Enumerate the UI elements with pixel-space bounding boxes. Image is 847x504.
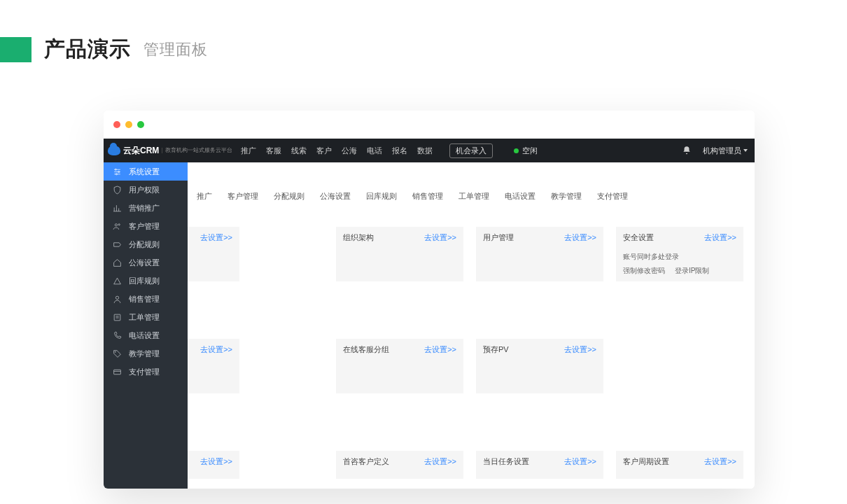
card-title: 首咨客户定义 — [343, 457, 389, 465]
traffic-light-minimize-icon[interactable] — [125, 121, 132, 128]
tag-icon — [112, 349, 122, 358]
brand-name: 云朵CRM — [123, 145, 159, 157]
subnav-item[interactable]: 电话设置 — [498, 188, 542, 205]
sidebar-item-public-sea[interactable]: 公海设置 — [104, 253, 188, 272]
sidebar-item-label: 分配规则 — [129, 239, 160, 250]
subnav-item[interactable]: 工单管理 — [452, 188, 496, 205]
bell-icon[interactable] — [682, 146, 692, 155]
sidebar-item-phone[interactable]: 电话设置 — [104, 326, 188, 344]
nav-item[interactable]: 推广 — [241, 146, 256, 156]
chevron-down-icon — [743, 149, 748, 152]
nav-item[interactable]: 客服 — [266, 146, 281, 156]
brand-logo[interactable]: 云朵CRM 教育机构一站式服务云平台 — [108, 145, 232, 157]
sidebar-item-label: 营销推广 — [129, 203, 160, 214]
accent-block — [0, 37, 31, 62]
subnav-item[interactable]: 回库规则 — [360, 188, 403, 205]
sidebar-item-label: 支付管理 — [129, 367, 160, 377]
subnav-item[interactable]: 分配规则 — [267, 188, 311, 205]
go-settings-link[interactable]: 去设置>> — [200, 456, 232, 467]
house-icon — [112, 258, 122, 267]
settings-card-customer-cycle: 客户周期设置 去设置>> — [616, 451, 743, 479]
go-settings-link[interactable]: 去设置>> — [200, 344, 232, 355]
sidebar-item-sales[interactable]: 销售管理 — [104, 290, 188, 308]
sidebar-item-label: 工单管理 — [129, 312, 160, 323]
settings-card-org: 组织架构 去设置>> — [336, 227, 463, 281]
user-menu[interactable]: 机构管理员 — [703, 146, 748, 156]
sidebar-item-label: 客户管理 — [129, 221, 160, 232]
app-top-bar: 云朵CRM 教育机构一站式服务云平台 推广 客服 线索 客户 公海 电话 报名 … — [104, 139, 755, 162]
nav-item[interactable]: 公海 — [342, 146, 357, 156]
sidebar-item-system-settings[interactable]: 系统设置 — [104, 162, 188, 181]
sidebar-item-return-rules[interactable]: 回库规则 — [104, 272, 188, 290]
sidebar-item-label: 电话设置 — [129, 330, 160, 341]
subnav-item[interactable]: 教学管理 — [545, 188, 588, 205]
shield-icon — [112, 185, 122, 195]
sales-icon — [112, 294, 122, 304]
subnav-item[interactable]: 销售管理 — [406, 188, 449, 205]
sidebar-item-tickets[interactable]: 工单管理 — [104, 308, 188, 326]
svg-point-5 — [115, 296, 118, 299]
go-settings-link[interactable]: 去设置>> — [564, 232, 596, 243]
chart-icon — [112, 203, 122, 213]
subnav-item[interactable]: 推广 — [190, 188, 218, 205]
svg-rect-6 — [114, 314, 120, 321]
traffic-light-close-icon[interactable] — [113, 121, 120, 128]
card-title: 安全设置 — [623, 233, 654, 241]
sidebar-item-label: 销售管理 — [129, 294, 160, 304]
subnav-item[interactable]: 支付管理 — [591, 188, 634, 205]
go-settings-link[interactable]: 去设置>> — [424, 232, 456, 243]
card-title: 用户管理 — [483, 233, 514, 241]
status-dot-icon — [514, 148, 519, 153]
go-settings-link[interactable]: 去设置>> — [704, 456, 736, 467]
card-title: 在线客服分组 — [343, 345, 389, 354]
traffic-light-zoom-icon[interactable] — [137, 121, 144, 128]
sidebar-item-label: 教学管理 — [129, 349, 160, 359]
settings-card-daily-task: 当日任务设置 去设置>> — [476, 451, 603, 479]
go-settings-link[interactable]: 去设置>> — [704, 232, 736, 243]
card-title: 客户周期设置 — [623, 457, 669, 465]
record-button[interactable]: 机会录入 — [449, 144, 493, 158]
users-icon — [112, 221, 122, 231]
user-label-text: 机构管理员 — [703, 146, 741, 156]
sidebar-item-alloc-rules[interactable]: 分配规则 — [104, 235, 188, 253]
window-titlebar — [104, 111, 755, 139]
settings-card-online-group: 在线客服分组 去设置>> — [336, 339, 463, 393]
go-settings-link[interactable]: 去设置>> — [564, 456, 596, 467]
app-body: 系统设置 用户权限 营销推广 客户管理 分配规则 公海设置 — [104, 162, 755, 489]
go-settings-link[interactable]: 去设置>> — [424, 456, 456, 467]
sidebar-item-payment[interactable]: 支付管理 — [104, 363, 188, 381]
sidebar-item-marketing[interactable]: 营销推广 — [104, 199, 188, 217]
status-text: 空闲 — [522, 146, 538, 156]
sidebar-item-customers[interactable]: 客户管理 — [104, 217, 188, 235]
svg-point-4 — [118, 223, 120, 225]
go-settings-link[interactable]: 去设置>> — [424, 344, 456, 355]
phone-icon — [112, 330, 122, 340]
status-pill[interactable]: 空闲 — [514, 146, 538, 156]
svg-rect-8 — [113, 370, 120, 374]
card-tags: 账号同时多处登录 强制修改密码 登录IP限制 — [623, 252, 709, 276]
nav-item[interactable]: 线索 — [291, 146, 307, 156]
subnav-item[interactable]: 公海设置 — [314, 188, 357, 205]
svg-point-3 — [115, 223, 117, 225]
nav-item[interactable]: 客户 — [316, 146, 332, 156]
heading-title: 产品演示 — [44, 35, 131, 64]
settings-card-pv: 预存PV 去设置>> — [476, 339, 603, 393]
go-settings-link[interactable]: 去设置>> — [564, 344, 596, 355]
rules-icon — [112, 239, 122, 249]
nav-item[interactable]: 数据 — [417, 146, 433, 156]
card-tag[interactable]: 强制修改密码 — [623, 266, 665, 276]
nav-item[interactable]: 电话 — [367, 146, 382, 156]
app-window: 云朵CRM 教育机构一站式服务云平台 推广 客服 线索 客户 公海 电话 报名 … — [104, 111, 755, 489]
heading-subtitle: 管理面板 — [144, 39, 208, 60]
sidebar-item-user-perm[interactable]: 用户权限 — [104, 181, 188, 199]
sidebar: 系统设置 用户权限 营销推广 客户管理 分配规则 公海设置 — [104, 162, 188, 489]
nav-item[interactable]: 报名 — [392, 146, 407, 156]
ticket-icon — [112, 312, 122, 322]
card-tag[interactable]: 登录IP限制 — [675, 266, 709, 276]
sidebar-item-teaching[interactable]: 教学管理 — [104, 344, 188, 363]
top-nav: 推广 客服 线索 客户 公海 电话 报名 数据 机会录入 — [241, 144, 493, 158]
card-tag[interactable]: 账号同时多处登录 — [623, 253, 679, 260]
go-settings-link[interactable]: 去设置>> — [200, 232, 232, 243]
subnav-item[interactable]: 客户管理 — [221, 188, 265, 205]
settings-card-security: 安全设置 去设置>> 账号同时多处登录 强制修改密码 登录IP限制 — [616, 227, 743, 281]
